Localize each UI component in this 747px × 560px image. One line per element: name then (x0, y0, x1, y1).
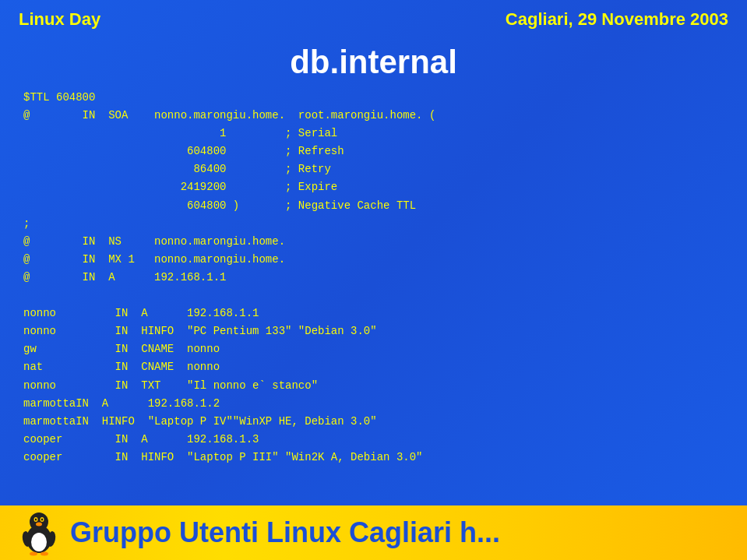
svg-point-7 (36, 523, 42, 527)
content-area: $TTL 604800 @ IN SOA nonno.marongiu.home… (0, 89, 747, 467)
header: Linux Day Cagliari, 29 Novembre 2003 (0, 0, 747, 36)
svg-point-1 (31, 533, 47, 551)
svg-point-2 (30, 512, 48, 531)
footer-text: Gruppo Utenti Linux Cagliari h... (70, 516, 500, 549)
svg-point-6 (41, 519, 43, 521)
header-right-title: Cagliari, 29 Novembre 2003 (506, 9, 728, 30)
footer-bar: Gruppo Utenti Linux Cagliari h... (0, 505, 747, 560)
header-left-title: Linux Day (19, 9, 100, 30)
page-title: db.internal (0, 44, 747, 81)
svg-point-8 (30, 552, 37, 556)
tux-logo (16, 509, 62, 556)
title-area: db.internal (0, 44, 747, 81)
dns-content: $TTL 604800 @ IN SOA nonno.marongiu.home… (23, 89, 724, 467)
svg-point-9 (41, 552, 48, 556)
svg-point-5 (35, 519, 37, 521)
